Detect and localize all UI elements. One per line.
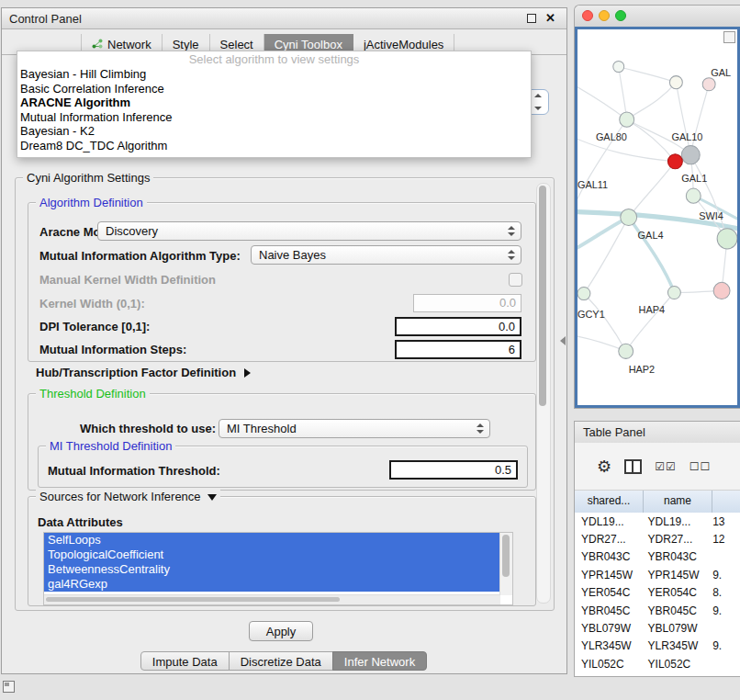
select-all-checkboxes-icon[interactable]: ☑☑ [655,461,677,472]
which-threshold-select[interactable]: MI Threshold [219,419,490,438]
network-node[interactable] [669,76,682,89]
birdseye-toggle-icon[interactable] [723,31,735,43]
zoom-traffic-light-icon[interactable] [615,10,626,21]
mi-threshold-field[interactable]: 0.5 [389,460,518,480]
network-node[interactable] [619,344,633,358]
settings-scrollbar[interactable] [536,183,551,604]
network-window-titlebar[interactable] [575,6,740,28]
network-node[interactable] [717,229,737,249]
node-label-swi4: SWI4 [699,209,723,220]
columns-icon[interactable] [624,459,642,474]
network-edge[interactable] [690,85,709,155]
dropdown-items: Bayesian - Hill ClimbingBasic Correlatio… [17,67,531,152]
table-cell: 13 [708,515,740,528]
control-panel-titlebar[interactable]: Control Panel ✕ [2,8,566,29]
which-threshold-label: Which threshold to use: [80,422,216,435]
network-graph[interactable]: GAL80GAL10GAL11GAL1SWI4GAL4GCY1HAP4HAP2G… [577,29,737,405]
settings-scrollbar-thumb[interactable] [539,186,546,406]
network-node[interactable] [713,282,730,299]
algorithm-option-bayesian-hill-climbing[interactable]: Bayesian - Hill Climbing [17,67,531,82]
chevron-updown-icon [476,420,485,437]
network-edge[interactable] [676,83,690,155]
close-traffic-light-icon[interactable] [582,10,593,21]
network-edge[interactable] [577,87,627,119]
table-panel-titlebar[interactable]: Table Panel [575,422,740,444]
chevron-updown-icon [533,90,543,114]
network-node[interactable] [613,61,624,72]
mi-algorithm-type-select[interactable]: Naive Bayes [251,245,521,265]
node-label-hap2: HAP2 [629,363,656,374]
attribute-item-topologicalcoefficient[interactable]: TopologicalCoefficient [44,548,500,562]
network-node[interactable] [681,146,700,164]
attribute-item-gal4rgexp[interactable]: gal4RGexp [44,577,500,592]
network-edge[interactable] [584,294,626,352]
table-cell: YPR145W [575,569,642,581]
panel-collapse-arrow-icon[interactable] [560,336,566,345]
tab-label: Cyni Toolbox [275,38,342,51]
manual-kernel-checkbox[interactable] [509,273,522,287]
tab-impute-data[interactable]: Impute Data [140,651,230,671]
table-row[interactable]: YIL052CYIL052C [575,655,740,672]
network-node[interactable] [686,188,701,203]
table-row[interactable]: YBR045CYBR045C9. [575,602,740,619]
column-header-shared[interactable]: shared... [575,491,644,513]
network-edge[interactable] [619,66,627,119]
sources-group-title[interactable]: Sources for Network Inference [36,490,220,503]
apply-button[interactable]: Apply [249,621,313,641]
network-node[interactable] [577,287,590,299]
algorithm-option-aracne-algorithm[interactable]: ARACNE Algorithm [17,96,531,110]
algorithm-option-basic-correlation-inference[interactable]: Basic Correlation Inference [17,82,531,96]
kernel-width-field[interactable]: 0.0 [413,294,521,312]
table-cell: YBR043C [575,550,642,563]
network-node[interactable] [667,154,682,169]
network-node[interactable] [621,209,637,225]
network-edge[interactable] [627,119,676,162]
network-node[interactable] [620,112,634,127]
network-edge[interactable] [629,162,676,218]
aracne-mode-select[interactable]: Discovery [97,221,521,241]
node-label-gal4: GAL4 [638,230,664,241]
deselect-all-checkboxes-icon[interactable]: ☐☐ [690,461,712,472]
column-header-name[interactable]: name [644,491,712,513]
kernel-width-label: Kernel Width (0,1): [39,297,145,310]
table-row[interactable]: YDL19...YDL19...13 [575,513,740,530]
network-edge[interactable] [627,83,677,119]
tab-infer-network[interactable]: Infer Network [332,651,427,671]
network-node[interactable] [667,286,680,299]
hub-section-toggle[interactable]: Hub/Transcription Factor Definition [36,366,251,379]
network-node[interactable] [702,78,715,91]
table-row[interactable]: YER054CYER054C8. [575,584,740,602]
attributes-vertical-scrollbar[interactable] [499,533,512,595]
node-label-gal: GAL [711,67,731,78]
close-icon[interactable]: ✕ [545,11,555,25]
column-header-extra[interactable] [712,491,740,513]
table-row[interactable]: YLR345WYLR345W9. [575,638,740,655]
attributes-horizontal-scrollbar[interactable] [44,594,500,604]
mi-steps-field[interactable]: 6 [395,340,521,359]
collapse-triangle-icon [207,494,217,501]
network-edge[interactable] [626,293,675,352]
table-row[interactable]: YDR27...YDR27...12 [575,530,740,548]
attribute-item-betweennesscentrality[interactable]: BetweennessCentrality [44,562,500,577]
minimized-panel-icon[interactable] [3,681,15,693]
float-window-icon[interactable] [527,14,536,23]
algorithm-option-mutual-information-inference[interactable]: Mutual Information Inference [17,110,531,125]
minimize-traffic-light-icon[interactable] [599,10,610,21]
table-row[interactable]: YBL079WYBL079W [575,619,740,637]
tab-discretize-data[interactable]: Discretize Data [229,651,333,671]
algorithm-option-bayesian-k2[interactable]: Bayesian - K2 [17,124,531,139]
data-attributes-label: Data Attributes [38,515,123,529]
gear-icon[interactable]: ⚙ [597,458,611,475]
node-label-gal11: GAL11 [577,179,608,190]
attribute-items: SelfLoopsTopologicalCoefficientBetweenne… [44,533,512,592]
network-canvas[interactable]: GAL80GAL10GAL11GAL1SWI4GAL4GCY1HAP4HAP2G… [575,27,740,408]
table-row[interactable]: YPR145WYPR145W9. [575,566,740,583]
algorithm-option-dream8-dc-tdc-algorithm[interactable]: Dream8 DC_TDC Algorithm [17,139,531,153]
node-label-gal80: GAL80 [596,131,627,142]
table-panel-content: ⚙ ☑☑ ☐☐ shared...name YDL19...YDL19...13… [575,443,740,676]
dpi-tolerance-field[interactable]: 0.0 [395,317,521,336]
table-cell: YBL079W [642,622,709,635]
table-row[interactable]: YBR043CYBR043C [575,548,740,566]
attribute-item-selfloops[interactable]: SelfLoops [44,533,500,548]
network-edge[interactable] [619,66,677,82]
